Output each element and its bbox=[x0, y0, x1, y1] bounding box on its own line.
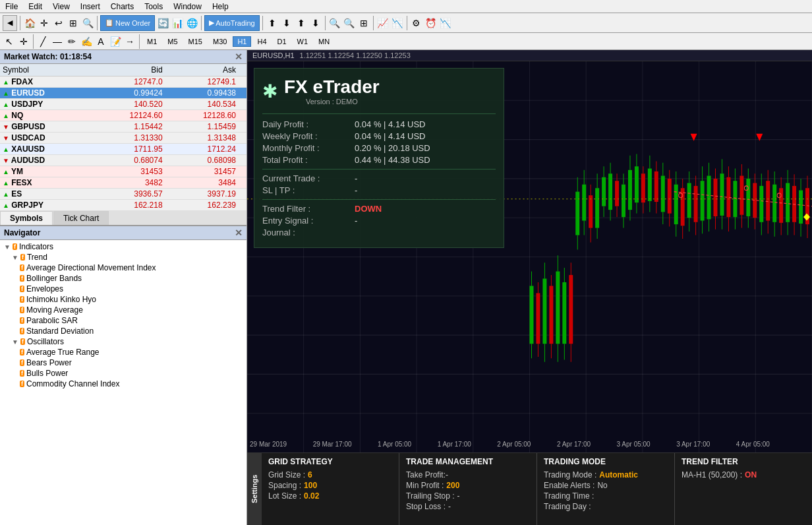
menu-tools[interactable]: Tools bbox=[139, 2, 168, 11]
toolbar-icon-2[interactable]: ✛ bbox=[38, 16, 51, 30]
market-watch-row[interactable]: ▲ ES 3936.57 3937.19 bbox=[0, 189, 246, 200]
mw-bid: 31453 bbox=[92, 166, 165, 177]
menu-help[interactable]: Help bbox=[207, 2, 234, 11]
nav-item-leaf[interactable]: f Commodity Channel Index bbox=[1, 379, 245, 389]
navigator-content: ▼ f Indicators▼ f Trendf Average Directi… bbox=[0, 240, 246, 525]
nav-item-leaf[interactable]: f Envelopes bbox=[1, 284, 245, 294]
draw-icon[interactable]: ✏ bbox=[65, 35, 78, 48]
tab-tick-chart[interactable]: Tick Chart bbox=[53, 211, 109, 225]
svg-rect-32 bbox=[602, 177, 606, 206]
market-watch-row[interactable]: ▲ FESX 3482 3484 bbox=[0, 177, 246, 189]
tf-m5[interactable]: M5 bbox=[163, 36, 182, 47]
menu-insert[interactable]: Insert bbox=[75, 2, 105, 11]
nav-item-leaf[interactable]: f Parabolic SAR bbox=[1, 315, 245, 326]
nav-label: Parabolic SAR bbox=[26, 316, 78, 325]
autotrading-button[interactable]: ▶ AutoTrading bbox=[204, 15, 260, 31]
tf-mn[interactable]: MN bbox=[314, 36, 334, 47]
market-watch-row[interactable]: ▼ GBPUSD 1.15442 1.15459 bbox=[0, 121, 246, 133]
toolbar-icon-13[interactable]: ⊞ bbox=[357, 16, 370, 30]
toolbar-icon-11[interactable]: ⬆ bbox=[295, 16, 308, 30]
market-watch-row[interactable]: ▼ AUDUSD 0.68074 0.68098 bbox=[0, 155, 246, 166]
min-profit-value: 200 bbox=[446, 481, 459, 490]
toolbar-icon-3[interactable]: ↩ bbox=[52, 16, 65, 30]
mw-ask: 1712.24 bbox=[165, 144, 239, 155]
tf-m30[interactable]: M30 bbox=[208, 36, 231, 47]
menu-view[interactable]: View bbox=[47, 2, 75, 11]
navigator-close[interactable]: ✕ bbox=[235, 228, 243, 238]
toolbar-icon-10[interactable]: ⬇ bbox=[280, 16, 293, 30]
nav-item-leaf[interactable]: f Ichimoku Kinko Hyo bbox=[1, 294, 245, 305]
tf-m1[interactable]: M1 bbox=[142, 36, 161, 47]
mw-symbol: ▼ GBPUSD bbox=[0, 121, 92, 133]
cursor-icon[interactable]: ↖ bbox=[3, 35, 16, 48]
zoom-in-icon[interactable]: 🔍 bbox=[328, 16, 341, 30]
new-order-button[interactable]: 📋 New Order bbox=[100, 15, 155, 31]
menu-window[interactable]: Window bbox=[168, 2, 207, 11]
menu-edit[interactable]: Edit bbox=[23, 2, 47, 11]
draw2-icon[interactable]: ✍ bbox=[80, 35, 93, 48]
fx-total-profit-label: Total Profit : bbox=[262, 155, 355, 165]
toolbar-icon-17[interactable]: ⏰ bbox=[424, 16, 438, 30]
market-watch-row[interactable]: ▲ FDAX 12747.0 12749.1 bbox=[0, 77, 246, 88]
label-icon[interactable]: 📝 bbox=[109, 35, 122, 48]
market-watch-row[interactable]: ▲ USDJPY 140.520 140.534 bbox=[0, 99, 246, 110]
nav-item-folder[interactable]: ▼ f Oscillators bbox=[1, 336, 245, 347]
market-watch-row[interactable]: ▲ EURUSD 0.99424 0.99438 bbox=[0, 88, 246, 99]
menu-charts[interactable]: Charts bbox=[105, 2, 139, 11]
market-watch-row[interactable]: ▲ GRPJPY 162.218 162.239 bbox=[0, 200, 246, 211]
tf-w1[interactable]: W1 bbox=[293, 36, 313, 47]
fx-weekly-profit-row: Weekly Profit : 0.04 % | 4.14 USD bbox=[262, 131, 496, 141]
menu-file[interactable]: File bbox=[0, 2, 23, 11]
nav-item-folder[interactable]: ▼ f Indicators bbox=[1, 241, 245, 252]
toolbar-icon-18[interactable]: 📉 bbox=[439, 16, 452, 30]
toolbar-icon-5[interactable]: 🔍 bbox=[81, 16, 94, 30]
toolbar-icon-6[interactable]: 🔄 bbox=[156, 16, 169, 30]
market-watch-row[interactable]: ▲ NQ 12124.60 12128.60 bbox=[0, 110, 246, 121]
zoom-out-icon[interactable]: 🔍 bbox=[343, 16, 356, 30]
expand-icon: ▼ bbox=[12, 254, 18, 261]
text-icon[interactable]: A bbox=[94, 35, 107, 48]
nav-item-leaf[interactable]: f Bollinger Bands bbox=[1, 273, 245, 284]
svg-rect-41 bbox=[622, 185, 625, 217]
tab-symbols[interactable]: Symbols bbox=[0, 211, 53, 225]
trailing-stop-value: - bbox=[457, 491, 460, 501]
mw-ask: 0.99438 bbox=[165, 88, 239, 99]
tf-h4[interactable]: H4 bbox=[252, 36, 271, 47]
toolbar-icon-14[interactable]: 📈 bbox=[376, 16, 390, 30]
nav-item-leaf[interactable]: f Moving Average bbox=[1, 305, 245, 315]
toolbar-back[interactable]: ◀ bbox=[3, 15, 17, 31]
hline-icon[interactable]: — bbox=[51, 35, 64, 48]
nav-item-leaf[interactable]: f Bulls Power bbox=[1, 368, 245, 379]
tf-d1[interactable]: D1 bbox=[273, 36, 291, 47]
line-icon[interactable]: ╱ bbox=[36, 35, 49, 48]
arrow-icon[interactable]: → bbox=[123, 35, 136, 48]
crosshair-icon[interactable]: ✛ bbox=[17, 35, 30, 48]
toolbar-icon-7[interactable]: 📊 bbox=[171, 16, 184, 30]
mw-symbol: ▲ NQ bbox=[0, 110, 92, 121]
toolbar-icon-16[interactable]: ⚙ bbox=[410, 16, 423, 30]
chart-canvas[interactable]: ✱ FX eTrader Version : DEMO Daily Profit… bbox=[247, 61, 812, 452]
nav-item-leaf[interactable]: f Average True Range bbox=[1, 347, 245, 357]
nav-item-leaf[interactable]: f Average Directional Movement Index bbox=[1, 262, 245, 273]
fx-journal-label: Journal : bbox=[262, 228, 355, 237]
toolbar-icon-1[interactable]: 🏠 bbox=[23, 16, 36, 30]
toolbar-icon-9[interactable]: ⬆ bbox=[266, 16, 279, 30]
toolbar-icon-12[interactable]: ⬇ bbox=[309, 16, 322, 30]
mw-symbol: ▼ USDCAD bbox=[0, 133, 92, 144]
nav-item-folder[interactable]: ▼ f Trend bbox=[1, 252, 245, 262]
nav-item-leaf[interactable]: f Standard Deviation bbox=[1, 326, 245, 336]
toolbar-icon-4[interactable]: ⊞ bbox=[67, 16, 80, 30]
market-watch-row[interactable]: ▲ XAUUSD 1711.95 1712.24 bbox=[0, 144, 246, 155]
nav-item-leaf[interactable]: f Bears Power bbox=[1, 357, 245, 368]
toolbar-icon-15[interactable]: 📉 bbox=[391, 16, 404, 30]
toolbar-icon-8[interactable]: 🌐 bbox=[185, 16, 198, 30]
fx-entry-signal-label: Entry Signal : bbox=[262, 216, 355, 226]
market-watch-row[interactable]: ▼ USDCAD 1.31330 1.31348 bbox=[0, 133, 246, 144]
market-watch-close[interactable]: ✕ bbox=[235, 51, 243, 62]
nav-label: Indicators bbox=[19, 242, 53, 251]
fx-entry-signal-row: Entry Signal : - bbox=[262, 216, 496, 226]
tf-m15[interactable]: M15 bbox=[184, 36, 207, 47]
tf-h1[interactable]: H1 bbox=[233, 36, 251, 47]
market-watch-row[interactable]: ▲ YM 31453 31457 bbox=[0, 166, 246, 177]
main-toolbar: ◀ 🏠 ✛ ↩ ⊞ 🔍 📋 New Order 🔄 📊 🌐 ▶ AutoTrad… bbox=[0, 13, 812, 33]
